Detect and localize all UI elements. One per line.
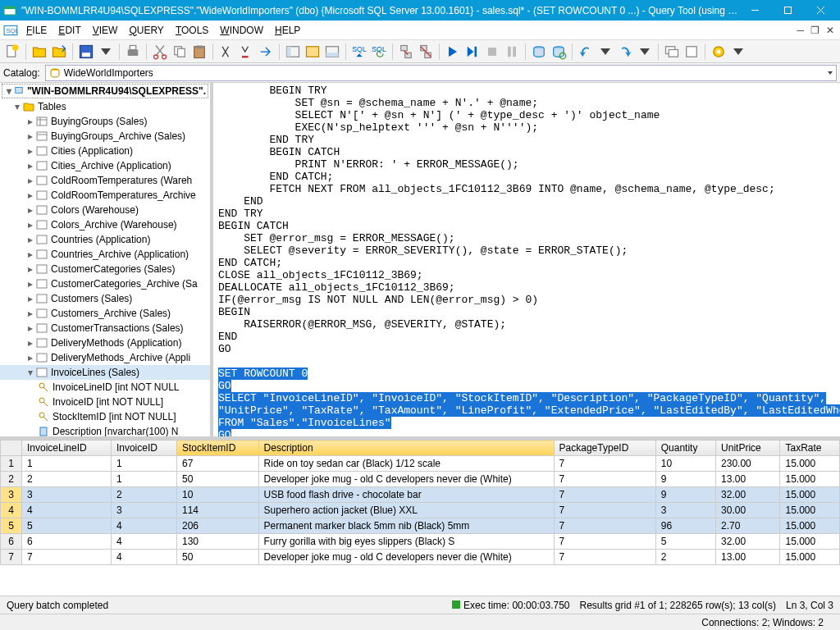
row-header[interactable]: 1 (1, 456, 22, 472)
undo-drop[interactable] (596, 43, 614, 61)
copy-button[interactable] (171, 43, 189, 61)
tree-table-item[interactable]: ▸Customers_Archive (Sales) (0, 306, 210, 321)
menu-help[interactable]: HELP (270, 23, 305, 38)
tree-table-item[interactable]: ▸CustomerTransactions (Sales) (0, 321, 210, 336)
row-header[interactable]: 5 (1, 518, 22, 534)
sql-refresh-button[interactable]: SQL (370, 43, 388, 61)
menu-file[interactable]: FILE (21, 23, 52, 38)
collapse-icon[interactable]: ▾ (11, 101, 23, 112)
row-header[interactable]: 3 (1, 487, 22, 503)
table-row[interactable]: 664130Furry gorilla with big eyes slippe… (1, 534, 840, 550)
mdi-close[interactable]: ✕ (824, 25, 837, 36)
grid-corner[interactable] (1, 441, 22, 456)
cut-button[interactable] (151, 43, 169, 61)
col-packagetypeid[interactable]: PackageTypeID (554, 441, 655, 456)
table-row[interactable]: 33210USB food flash drive - chocolate ba… (1, 487, 840, 503)
col-description[interactable]: Description (258, 441, 554, 456)
panel2-button[interactable] (304, 43, 322, 61)
options-drop[interactable] (729, 43, 747, 61)
goto-button[interactable] (257, 43, 275, 61)
collapse-icon[interactable]: ▾ (4, 85, 14, 97)
tree-table-item[interactable]: ▸Cities (Application) (0, 144, 210, 158)
pause-button[interactable] (503, 43, 521, 61)
menu-edit[interactable]: EDIT (53, 23, 85, 38)
table-row[interactable]: 11167Ride on toy sedan car (Black) 1/12 … (1, 456, 840, 472)
menu-tools[interactable]: TOOLS (171, 23, 213, 38)
mdi-minimize[interactable]: ─ (794, 25, 806, 36)
tree-tables-folder[interactable]: ▾ Tables (0, 99, 210, 114)
menu-window[interactable]: WINDOW (215, 23, 268, 38)
panel1-button[interactable] (284, 43, 302, 61)
redo-drop[interactable] (636, 43, 654, 61)
col-invoicelineid[interactable]: InvoiceLineID (22, 441, 112, 456)
tree-root[interactable]: ▾ "WIN-BOMMLRR4U94\SQLEXPRESS". (2, 84, 208, 98)
redo-button[interactable] (616, 43, 634, 61)
mdi-restore[interactable]: ❐ (808, 25, 822, 36)
find-button[interactable] (217, 43, 235, 61)
menu-view[interactable]: VIEW (88, 23, 123, 38)
col-taxrate[interactable]: TaxRate (780, 441, 840, 456)
tree-table-item-selected[interactable]: ▾InvoiceLines (Sales) (0, 365, 210, 380)
replace-button[interactable] (237, 43, 255, 61)
sql-arrow-button[interactable]: SQL (350, 43, 368, 61)
tree-table-item[interactable]: ▸DeliveryMethods (Application) (0, 336, 210, 350)
table-row[interactable]: 22150Developer joke mug - old C develope… (1, 472, 840, 487)
tree-column-item[interactable]: StockItemID [int NOT NULL] (0, 409, 210, 424)
table-row[interactable]: 554206Permanent marker black 5mm nib (Bl… (1, 518, 840, 534)
save-button[interactable] (77, 43, 95, 61)
maximize-button[interactable] (771, 0, 804, 21)
open-button[interactable] (30, 43, 48, 61)
connect-button[interactable] (397, 43, 415, 61)
tree-table-item[interactable]: ▸CustomerCategories_Archive (Sa (0, 276, 210, 291)
disconnect-button[interactable] (417, 43, 435, 61)
tree-table-item[interactable]: ▸ColdRoomTemperatures (Wareh (0, 173, 210, 188)
tree-table-item[interactable]: ▸Countries_Archive (Application) (0, 247, 210, 262)
tree-column-item[interactable]: InvoiceID [int NOT NULL] (0, 395, 210, 409)
db-refresh2-button[interactable] (550, 43, 568, 61)
results-grid[interactable]: InvoiceLineID InvoiceID StockItemID Desc… (0, 440, 840, 596)
paste-button[interactable] (190, 43, 208, 61)
tree-table-item[interactable]: ▸Cities_Archive (Application) (0, 158, 210, 173)
row-header[interactable]: 4 (1, 503, 22, 518)
new-button[interactable] (3, 43, 21, 61)
sql-editor[interactable]: BEGIN TRY SET @sn = @schema_name + N'.' … (213, 83, 840, 436)
row-header[interactable]: 2 (1, 472, 22, 487)
minimize-button[interactable] (738, 0, 771, 21)
col-unitprice[interactable]: UnitPrice (716, 441, 780, 456)
panel3-button[interactable] (323, 43, 341, 61)
undo-button[interactable] (577, 43, 595, 61)
save-dropdown[interactable] (97, 43, 115, 61)
tree-table-item[interactable]: ▸BuyingGroups_Archive (Sales) (0, 129, 210, 144)
db-refresh1-button[interactable] (530, 43, 548, 61)
close-button[interactable] (804, 0, 837, 21)
tree-table-item[interactable]: ▸BuyingGroups (Sales) (0, 114, 210, 129)
col-invoiceid[interactable]: InvoiceID (111, 441, 176, 456)
table-row[interactable]: 443114Superhero action jacket (Blue) XXL… (1, 503, 840, 518)
col-quantity[interactable]: Quantity (655, 441, 715, 456)
print-button[interactable] (124, 43, 142, 61)
col-stockitemid[interactable]: StockItemID (177, 441, 259, 456)
tree-table-item[interactable]: ▸Colors_Archive (Warehouse) (0, 217, 210, 232)
tree-table-item[interactable]: ▸CustomerCategories (Sales) (0, 262, 210, 276)
tree-column-item[interactable]: Description [nvarchar(100) N (0, 424, 210, 436)
open-recent-button[interactable] (50, 43, 68, 61)
tree-column-item[interactable]: InvoiceLineID [int NOT NULL (0, 380, 210, 395)
window-new-button[interactable] (682, 43, 701, 61)
window-list-button[interactable] (663, 43, 681, 61)
tree-table-item[interactable]: ▸ColdRoomTemperatures_Archive (0, 188, 210, 203)
execute-button[interactable] (444, 43, 462, 61)
options-button[interactable] (710, 43, 728, 61)
row-header[interactable]: 7 (1, 550, 22, 565)
execute-step-button[interactable] (463, 43, 482, 61)
chevron-down-icon[interactable] (826, 69, 834, 77)
catalog-combobox[interactable]: WideWorldImporters (45, 65, 837, 81)
row-header[interactable]: 6 (1, 534, 22, 550)
table-row[interactable]: 77450Developer joke mug - old C develope… (1, 550, 840, 565)
tree-table-item[interactable]: ▸Colors (Warehouse) (0, 203, 210, 217)
menu-query[interactable]: QUERY (124, 23, 168, 38)
stop-button[interactable] (483, 43, 501, 61)
tree-table-item[interactable]: ▸Customers (Sales) (0, 291, 210, 306)
object-tree[interactable]: ▾ "WIN-BOMMLRR4U94\SQLEXPRESS". ▾ Tables… (0, 83, 213, 436)
tree-table-item[interactable]: ▸DeliveryMethods_Archive (Appli (0, 350, 210, 365)
tree-table-item[interactable]: ▸Countries (Application) (0, 232, 210, 247)
